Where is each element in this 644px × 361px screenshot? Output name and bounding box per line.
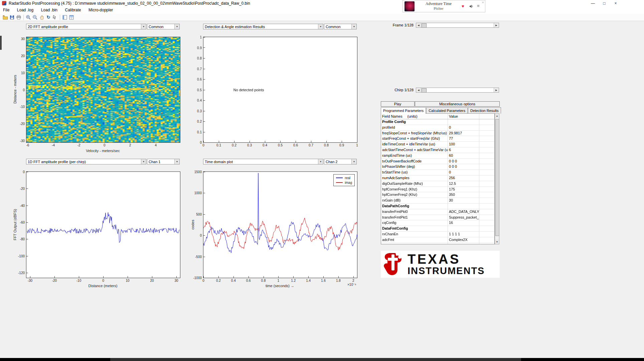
detection-results-plot[interactable]: No detected points 00.10.20.30.40.50.60.… <box>203 37 357 143</box>
menu-load-log[interactable]: Load .log <box>14 7 36 13</box>
plot-type-select-top-left[interactable]: 2D FFT amplitude profile ▼ <box>26 24 146 29</box>
open-button[interactable] <box>2 14 9 20</box>
menu-file[interactable]: File <box>0 7 12 13</box>
plot-browser-button[interactable] <box>68 14 75 20</box>
miscellaneous-options-button[interactable]: Miscellaneous options <box>415 101 500 107</box>
channel-select-bottom-mid[interactable]: Chan 2 ▼ <box>324 159 357 164</box>
fft1d-plot[interactable]: -30-20-1001020300-20-40-60-80-100-120 <box>26 171 180 278</box>
slider-thumb[interactable] <box>422 88 427 93</box>
slider-thumb[interactable] <box>422 23 427 28</box>
table-row[interactable]: rxChanEn1 1 1 1 <box>381 232 494 237</box>
table-row[interactable]: adcBits16 <box>381 243 494 244</box>
scroll-down-icon[interactable]: ▼ <box>495 240 499 244</box>
tab-detection-results[interactable]: Detection Results <box>468 107 501 114</box>
slider-right-arrow[interactable]: ▶ <box>494 88 499 92</box>
table-row[interactable]: hpfCornerFreq2 (Khz)350 <box>381 192 494 198</box>
time-domain-plot[interactable]: real imag 00.20.40.60.811.21.41.61.82-10… <box>203 171 357 278</box>
plot-type-select-top-mid[interactable]: Detection & Angle estimation Results ▼ <box>203 24 323 29</box>
channel-select-bottom-left[interactable]: Chan 1 ▼ <box>147 159 180 164</box>
table-row[interactable]: DataPathConfig <box>381 204 494 209</box>
x-axis-exponent-label: ×10⁻⁵ <box>347 283 356 286</box>
param-value-cell <box>448 204 479 209</box>
x-tick-label: 0.1 <box>216 143 221 147</box>
table-row[interactable]: transferFmtPkt1Suppress_packet_1 <box>381 215 494 221</box>
chevron-down-icon: ▼ <box>318 24 323 29</box>
table-row[interactable]: adcStartTimeConst + adcStartTimeVar (us)… <box>381 147 494 153</box>
param-name-cell: transferFmtPkt0 <box>381 209 448 215</box>
fft2d-heatmap-plot[interactable]: -6-4-2024-30-20-100102030 <box>26 37 180 143</box>
minimize-button[interactable]: — <box>587 0 599 7</box>
col-header-value[interactable]: Value <box>448 114 479 119</box>
frame-slider[interactable]: ◀ ▶ <box>416 23 499 28</box>
x-tick-label: 1.2 <box>291 279 296 282</box>
table-row[interactable]: txStartTime (us)0 <box>381 170 494 175</box>
y-tick-label: 10 <box>21 71 25 75</box>
param-value-cell: ADC_DATA_ONLY <box>448 209 479 215</box>
table-row[interactable]: freqSlopeConst + freqSlopeVar (Mhz/us)29… <box>381 131 494 136</box>
pan-button[interactable] <box>38 14 45 20</box>
table-row[interactable]: rxGain (dB)30 <box>381 198 494 204</box>
table-row[interactable]: profileId0 <box>381 125 494 131</box>
channel-select-top-left[interactable]: Common ▼ <box>147 24 180 29</box>
ti-wordmark-line2: INSTRUMENTS <box>408 265 485 276</box>
param-spacer-cell <box>479 215 494 220</box>
close-button[interactable]: × <box>610 0 621 7</box>
table-row[interactable]: cqConfig16 <box>381 220 494 226</box>
param-spacer-cell <box>479 125 494 130</box>
slider-track[interactable] <box>421 88 494 92</box>
table-row[interactable]: hpfCornerFreq1 (Khz)175 <box>381 187 494 193</box>
figure-palette-button[interactable] <box>61 14 68 20</box>
menu-micro-doppler[interactable]: Micro-doppler <box>86 7 116 13</box>
tab-programmed-parameters[interactable]: Programmed Parameters <box>381 107 426 114</box>
slider-track[interactable] <box>421 23 494 27</box>
table-row[interactable]: startFreqConst + startFreqVar (Ghz)77 <box>381 136 494 142</box>
data-cursor-button[interactable] <box>52 14 58 20</box>
scroll-up-icon[interactable]: ▲ <box>495 114 499 118</box>
toolbar-separator <box>23 15 24 20</box>
chevron-down-icon: ▼ <box>174 24 179 29</box>
table-row[interactable]: idleTimeConst + idleTimeVar (us)100 <box>381 142 494 147</box>
x-tick-label: 0.6 <box>246 279 251 282</box>
tab-calculated-parameters[interactable]: Calculated Parameters <box>426 107 468 114</box>
table-row[interactable]: rampEndTime (us)60 <box>381 153 494 159</box>
plot-type-select-bottom-mid[interactable]: Time domain plot ▼ <box>203 159 323 164</box>
menu-load-bin[interactable]: Load .bin <box>38 7 60 13</box>
playlist-icon[interactable]: ≡ <box>477 3 480 8</box>
table-row[interactable]: transferFmtPkt0ADC_DATA_ONLY <box>381 209 494 215</box>
col-header-field-names[interactable]: Field Names (units) <box>381 114 448 119</box>
table-row[interactable]: DataFmtConfig <box>381 226 494 232</box>
table-scrollbar[interactable]: ▲ ▼ <box>495 113 499 244</box>
table-row[interactable]: txPhaseShifter (deg)0 0 0 <box>381 164 494 170</box>
menu-calibrate[interactable]: Calibrate <box>62 7 84 13</box>
music-widget[interactable]: Adventure Time Philter ♥ ≡ × <box>402 0 485 12</box>
maximize-button[interactable]: □ <box>599 0 610 7</box>
table-row[interactable]: digOutSampleRate (Mhz)12.5 <box>381 181 494 187</box>
channel-select-top-mid[interactable]: Common ▼ <box>324 24 357 29</box>
chirp-slider[interactable]: ◀ ▶ <box>416 88 499 93</box>
param-name-cell: rxGain (dB) <box>381 198 448 203</box>
speaker-icon[interactable] <box>469 4 474 10</box>
table-row[interactable]: numAdcSamples256 <box>381 175 494 181</box>
rotate-3d-button[interactable]: ↻ <box>45 14 52 20</box>
zoom-in-button[interactable] <box>25 14 32 20</box>
y-tick-label: 1000 <box>194 191 202 195</box>
y-tick-label: 500 <box>196 212 202 216</box>
table-row[interactable]: Profile Config <box>381 119 494 125</box>
slider-left-arrow[interactable]: ◀ <box>416 88 421 92</box>
param-name-cell: digOutSampleRate (Mhz) <box>381 181 448 187</box>
plot-type-select-bottom-left[interactable]: 1D FFT amplitude profile (per chirp) ▼ <box>26 159 146 164</box>
table-row[interactable]: txOutPowerBackoffCode0 0 0 <box>381 159 494 164</box>
slider-right-arrow[interactable]: ▶ <box>494 23 499 27</box>
table-row[interactable]: adcFmtComplex2X <box>381 237 494 243</box>
heart-icon[interactable]: ♥ <box>462 4 464 9</box>
play-button[interactable]: Play <box>381 101 415 107</box>
widget-close-icon[interactable]: × <box>482 0 484 4</box>
x-tick-label: -20 <box>52 279 57 282</box>
zoom-out-button[interactable] <box>32 14 38 20</box>
slider-left-arrow[interactable]: ◀ <box>416 23 421 27</box>
plot-legend[interactable]: real imag <box>333 174 355 186</box>
scrollbar-thumb[interactable] <box>495 119 499 236</box>
param-spacer-cell <box>479 243 494 244</box>
save-button[interactable] <box>9 14 15 20</box>
print-button[interactable] <box>15 14 22 20</box>
